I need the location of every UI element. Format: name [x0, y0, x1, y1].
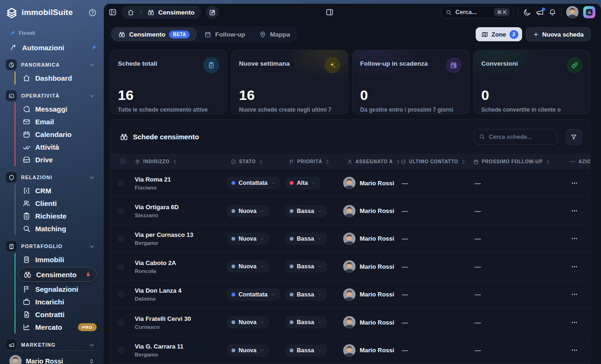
- priority-pill[interactable]: Bassa: [285, 260, 327, 273]
- pro-badge: PRO: [78, 323, 97, 331]
- table-search-input[interactable]: Cerca schede...: [474, 129, 557, 145]
- row-checkbox[interactable]: [117, 319, 124, 326]
- sidebar-toggle-icon[interactable]: [108, 8, 117, 16]
- table-row[interactable]: Via Don Lanza 4 Dalmine Contattata Bassa…: [110, 281, 590, 309]
- workflow-icon: [9, 44, 17, 52]
- row-actions-button[interactable]: [571, 207, 578, 214]
- sidebar-item-incarichi[interactable]: Incarichi: [15, 296, 97, 308]
- priority-pill[interactable]: Bassa: [285, 205, 327, 217]
- status-pill[interactable]: Nuova: [227, 260, 269, 273]
- sidebar-item-dashboard[interactable]: Dashboard: [15, 72, 97, 84]
- row-actions-button[interactable]: [571, 180, 578, 187]
- table-row[interactable]: Via Ortigara 6D Stezzano Nuova Bassa Mar…: [110, 197, 590, 225]
- priority-label: Bassa: [297, 319, 314, 326]
- sidebar-item-richieste[interactable]: Richieste: [15, 210, 97, 222]
- table-row[interactable]: Via per Curnasco 13 Bergamo Nuova Bassa …: [110, 225, 590, 253]
- row-actions-button[interactable]: [571, 263, 578, 270]
- tab-followup[interactable]: Follow-up: [198, 28, 252, 41]
- sidebar-item-censimento[interactable]: Censimento: [18, 267, 97, 282]
- sidebar-item-attivita[interactable]: Attività: [15, 141, 97, 153]
- status-pill[interactable]: Nuova: [227, 233, 269, 245]
- sidebar-item-segnalazioni[interactable]: Segnalazioni: [15, 283, 97, 296]
- row-actions-button[interactable]: [571, 291, 578, 298]
- theme-toggle-button[interactable]: [523, 8, 531, 16]
- bell-icon: [548, 8, 556, 16]
- status-pill[interactable]: Nuova: [227, 205, 269, 217]
- row-checkbox[interactable]: [117, 291, 124, 298]
- column-header-priorita[interactable]: Priorità: [285, 159, 343, 165]
- megaphone-icon: [6, 339, 17, 350]
- flag-icon: [23, 285, 31, 293]
- section-header-panoramica[interactable]: Panoramica: [6, 59, 97, 70]
- sidebar-item-email[interactable]: Email: [15, 115, 97, 128]
- sidebar-item-drive[interactable]: Drive: [15, 153, 97, 166]
- column-header-prossimo-followup[interactable]: Prossimo follow-up: [470, 159, 566, 165]
- select-all-checkbox[interactable]: [119, 158, 126, 165]
- priority-pill[interactable]: Bassa: [285, 316, 327, 328]
- circle-check-icon: [401, 159, 406, 165]
- table-row[interactable]: Via G. Carrara 11 Bergamo Nuova Bassa Ma…: [110, 336, 590, 364]
- priority-pill[interactable]: Bassa: [285, 344, 327, 356]
- status-pill[interactable]: Contattata: [227, 288, 280, 301]
- status-pill[interactable]: Nuova: [227, 316, 269, 328]
- sidebar-item-crm[interactable]: CRM: [15, 184, 97, 197]
- status-pill[interactable]: Contattata: [227, 177, 280, 189]
- sidebar-item-mercato[interactable]: Mercato PRO: [15, 321, 97, 334]
- priority-label: Bassa: [297, 291, 314, 298]
- row-checkbox[interactable]: [117, 180, 124, 187]
- priority-pill[interactable]: Bassa: [285, 288, 327, 301]
- sidebar-item-clienti[interactable]: Clienti: [15, 197, 97, 210]
- row-checkbox[interactable]: [117, 207, 124, 214]
- row-actions-button[interactable]: [571, 235, 578, 242]
- sidebar-user-menu[interactable]: Mario Rossi: [6, 350, 97, 364]
- column-header-ultimo-contatto[interactable]: Ultimo contatto: [397, 159, 470, 165]
- chevron-down-icon: [89, 174, 95, 181]
- sidebar-item-immobili[interactable]: Immobili: [15, 253, 97, 266]
- user-avatar[interactable]: [566, 6, 578, 18]
- workspace-avatar[interactable]: [583, 6, 595, 18]
- sidebar-item-contratti[interactable]: Contratti: [15, 308, 97, 321]
- section-header-relazioni[interactable]: Relazioni: [6, 172, 97, 183]
- new-card-button[interactable]: Nuova scheda: [526, 27, 591, 41]
- section-header-portafoglio[interactable]: Portafoglio: [6, 241, 97, 252]
- sidebar-item-automazioni[interactable]: Automazioni: [9, 41, 97, 53]
- priority-pill[interactable]: Bassa: [285, 233, 327, 245]
- column-header-assegnato[interactable]: Assegnato a: [343, 159, 397, 165]
- tab-censimento[interactable]: Censimento BETA: [111, 28, 197, 41]
- stat-card: Conversioni 0 Schede convertite in clien…: [473, 50, 591, 114]
- view-tabs: Censimento BETA Follow-up Mappa: [110, 26, 298, 42]
- column-header-stato[interactable]: Stato: [227, 159, 285, 165]
- table-row[interactable]: Via Fratelli Cervi 30 Curnasco Nuova Bas…: [110, 309, 590, 336]
- sidebar-item-messaggi[interactable]: Messaggi: [15, 103, 97, 115]
- table-row[interactable]: Via Roma 21 Fisciano Contattata Alta Mar…: [110, 169, 590, 197]
- announcements-button[interactable]: [536, 8, 544, 16]
- stat-value: 16: [239, 88, 340, 102]
- binoculars-icon: [120, 133, 128, 141]
- sidebar-item-matching[interactable]: Matching: [15, 222, 97, 235]
- priority-pill[interactable]: Alta: [285, 177, 321, 189]
- sidebar-item-calendario[interactable]: Calendario: [15, 128, 97, 141]
- tab-mappa[interactable]: Mappa: [253, 28, 297, 41]
- row-checkbox[interactable]: [117, 235, 124, 242]
- row-checkbox[interactable]: [117, 347, 124, 354]
- users-icon: [23, 199, 31, 207]
- global-search-input[interactable]: Cerca... ⌘ K: [440, 6, 513, 19]
- help-icon[interactable]: [88, 8, 97, 17]
- notifications-button[interactable]: [548, 8, 556, 16]
- status-pill[interactable]: Nuova: [227, 344, 269, 356]
- table-row[interactable]: Via Caboto 2A Roncola Nuova Bassa Mario …: [110, 253, 590, 281]
- row-address: Via per Curnasco 13: [135, 231, 227, 238]
- section-header-marketing[interactable]: Marketing: [6, 339, 97, 350]
- filter-button[interactable]: [566, 129, 582, 145]
- panel-right-toggle-icon[interactable]: [325, 8, 334, 16]
- column-header-indirizzo[interactable]: Indirizzo: [131, 159, 227, 165]
- compose-button[interactable]: [206, 6, 219, 19]
- row-actions-button[interactable]: [571, 347, 578, 354]
- row-checkbox[interactable]: [117, 263, 124, 270]
- row-actions-button[interactable]: [571, 319, 578, 326]
- search-icon: [23, 225, 31, 233]
- map-pin-icon: [259, 31, 266, 38]
- breadcrumb[interactable]: Censimento: [122, 6, 201, 19]
- section-header-operativita[interactable]: Operatività: [6, 90, 97, 101]
- zone-button[interactable]: Zone 2: [476, 27, 522, 41]
